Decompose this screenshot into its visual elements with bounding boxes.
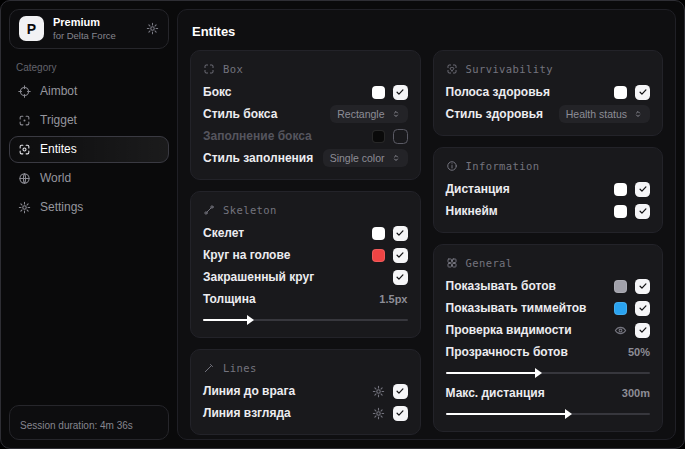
- setting-row: Прозрачность ботов50%: [446, 341, 651, 374]
- setting-row: Стиль боксаRectangle: [203, 103, 408, 125]
- row-controls: [372, 406, 408, 421]
- slider-track[interactable]: [446, 372, 651, 374]
- sidebar-item-aimbot[interactable]: Aimbot: [9, 78, 169, 105]
- checkbox[interactable]: [635, 323, 650, 338]
- checkbox[interactable]: [393, 406, 408, 421]
- checkbox[interactable]: [393, 226, 408, 241]
- setting-row: Закрашенный круг: [203, 266, 408, 288]
- gear-icon[interactable]: [372, 407, 385, 420]
- section-skeleton: SkeletonСкелетКруг на головеЗакрашенный …: [190, 191, 421, 338]
- scan-heart-icon: [446, 63, 458, 75]
- gear-icon[interactable]: [372, 385, 385, 398]
- section-lines: LinesЛиния до врагаЛиния взгляда: [190, 349, 421, 435]
- checkbox[interactable]: [635, 182, 650, 197]
- color-swatch[interactable]: [614, 205, 627, 218]
- scan-eye-icon: [18, 143, 31, 156]
- sidebar-item-label: Settings: [40, 200, 83, 214]
- checkbox[interactable]: [393, 129, 408, 144]
- select-dropdown[interactable]: Health status: [559, 105, 650, 123]
- setting-row: Проверка видимости: [446, 319, 651, 341]
- row-controls: [614, 301, 650, 316]
- checkbox[interactable]: [635, 301, 650, 316]
- checkbox[interactable]: [635, 204, 650, 219]
- setting-label: Показывать ботов: [446, 279, 556, 293]
- row-controls: [372, 226, 408, 241]
- color-swatch[interactable]: [372, 227, 385, 240]
- section-header: Survivability: [446, 59, 651, 81]
- row-controls: [372, 384, 408, 399]
- row-controls: [614, 182, 650, 197]
- checkbox[interactable]: [635, 279, 650, 294]
- slider-track[interactable]: [203, 319, 408, 321]
- color-swatch[interactable]: [614, 280, 627, 293]
- slider-row-header: Макс. дистанция300m: [446, 382, 651, 404]
- section-header: Skeleton: [203, 200, 408, 222]
- info-icon: [446, 160, 458, 172]
- setting-row: Круг на голове: [203, 244, 408, 266]
- setting-label: Бокс: [203, 85, 231, 99]
- sidebar-item-label: Trigget: [40, 113, 77, 127]
- select-value: Rectangle: [337, 108, 384, 120]
- row-controls: [372, 129, 408, 144]
- checkbox[interactable]: [393, 270, 408, 285]
- color-swatch[interactable]: [372, 130, 385, 143]
- section-header: Lines: [203, 358, 408, 380]
- row-controls: Rectangle: [330, 105, 407, 123]
- setting-row: Стиль здоровьяHealth status: [446, 103, 651, 125]
- setting-row: Полоса здоровья: [446, 81, 651, 103]
- row-controls: Single color: [323, 149, 408, 167]
- color-swatch[interactable]: [614, 86, 627, 99]
- section-survivability: SurvivabilityПолоса здоровьяСтиль здоров…: [433, 50, 664, 136]
- row-controls: [614, 85, 650, 100]
- sidebar-item-label: Entites: [40, 142, 77, 156]
- setting-row: Макс. дистанция300m: [446, 382, 651, 415]
- section-header: Information: [446, 156, 651, 178]
- slider-row-header: Толщина1.5px: [203, 288, 408, 310]
- setting-row: Бокс: [203, 81, 408, 103]
- color-swatch[interactable]: [372, 249, 385, 262]
- slider-thumb[interactable]: [247, 315, 254, 325]
- unfold-icon: [391, 153, 401, 163]
- setting-row: Никнейм: [446, 200, 651, 222]
- slider-track[interactable]: [446, 413, 651, 415]
- setting-label: Показывать тиммейтов: [446, 301, 587, 315]
- color-swatch[interactable]: [614, 183, 627, 196]
- gear-icon[interactable]: [146, 22, 159, 35]
- settings-columns: BoxБоксСтиль боксаRectangleЗаполнение бо…: [190, 50, 663, 435]
- color-swatch[interactable]: [372, 86, 385, 99]
- setting-label: Толщина: [203, 292, 256, 306]
- row-controls: [372, 248, 408, 263]
- setting-row: Стиль заполненияSingle color: [203, 147, 408, 169]
- sidebar-item-trigget[interactable]: Trigget: [9, 107, 169, 134]
- main-panel: Entites BoxБоксСтиль боксаRectangleЗапол…: [177, 9, 676, 440]
- sidebar-item-world[interactable]: World: [9, 165, 169, 192]
- setting-row: Показывать ботов: [446, 275, 651, 297]
- section-title: Survivability: [466, 63, 553, 75]
- section-header: General: [446, 253, 651, 275]
- setting-label: Макс. дистанция: [446, 386, 545, 400]
- crosshair-icon: [18, 85, 31, 98]
- setting-row: Показывать тиммейтов: [446, 297, 651, 319]
- eye-icon[interactable]: [614, 324, 627, 337]
- select-dropdown[interactable]: Rectangle: [330, 105, 407, 123]
- sidebar: P Premium for Delta Force Category Aimbo…: [1, 1, 177, 448]
- checkbox[interactable]: [393, 85, 408, 100]
- checkbox[interactable]: [635, 85, 650, 100]
- slider-thumb[interactable]: [535, 368, 542, 378]
- checkbox[interactable]: [393, 248, 408, 263]
- setting-label: Стиль бокса: [203, 107, 277, 121]
- checkbox[interactable]: [393, 384, 408, 399]
- row-controls: [372, 85, 408, 100]
- unfold-icon: [391, 109, 401, 119]
- sidebar-item-entites[interactable]: Entites: [9, 136, 169, 163]
- setting-label: Стиль заполнения: [203, 151, 313, 165]
- setting-row: Линия до врага: [203, 380, 408, 402]
- select-value: Single color: [330, 152, 385, 164]
- setting-label: Закрашенный круг: [203, 270, 314, 284]
- row-controls: [614, 279, 650, 294]
- slider-thumb[interactable]: [565, 409, 572, 419]
- section-information: InformationДистанцияНикнейм: [433, 147, 664, 233]
- select-dropdown[interactable]: Single color: [323, 149, 408, 167]
- color-swatch[interactable]: [614, 302, 627, 315]
- sidebar-item-settings[interactable]: Settings: [9, 194, 169, 221]
